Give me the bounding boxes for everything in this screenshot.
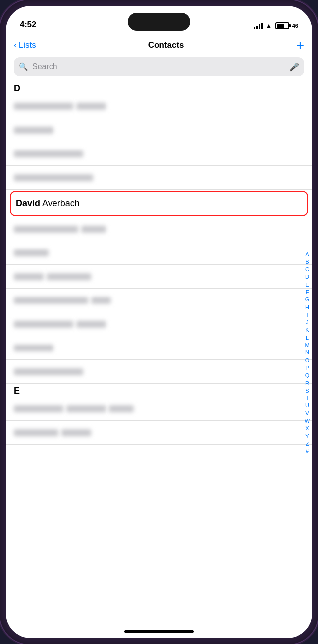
status-time: 4:52 bbox=[20, 20, 36, 30]
list-item[interactable] bbox=[6, 241, 312, 265]
alpha-L[interactable]: L bbox=[303, 334, 311, 341]
search-bar[interactable]: 🔍 Search 🎤 bbox=[14, 57, 304, 76]
alpha-R[interactable]: R bbox=[303, 380, 311, 387]
phone-screen: 4:52 ▲ 46 ‹ Lists Contacts bbox=[6, 6, 312, 638]
alpha-I[interactable]: I bbox=[303, 311, 311, 318]
dynamic-island bbox=[128, 13, 190, 31]
alpha-S[interactable]: S bbox=[303, 387, 311, 394]
alpha-index: A B C D E F G H I J K L M N O P Q R S T bbox=[303, 250, 311, 454]
signal-icon bbox=[254, 22, 263, 29]
alpha-hash[interactable]: # bbox=[303, 447, 311, 454]
list-item[interactable] bbox=[6, 336, 312, 360]
list-item[interactable] bbox=[6, 95, 312, 118]
list-item[interactable] bbox=[6, 421, 312, 445]
contact-list: D David Averbach bbox=[6, 81, 312, 624]
search-icon: 🔍 bbox=[19, 62, 28, 71]
battery-icon bbox=[275, 22, 289, 29]
back-label: Lists bbox=[19, 40, 36, 50]
alpha-H[interactable]: H bbox=[303, 304, 311, 311]
alpha-Q[interactable]: Q bbox=[303, 372, 311, 379]
list-item[interactable] bbox=[6, 265, 312, 289]
alpha-E[interactable]: E bbox=[303, 281, 311, 288]
home-indicator bbox=[6, 624, 312, 638]
home-bar bbox=[124, 630, 194, 633]
page-title: Contacts bbox=[148, 40, 184, 50]
back-button[interactable]: ‹ Lists bbox=[14, 40, 36, 50]
alpha-N[interactable]: N bbox=[303, 349, 311, 356]
alpha-D[interactable]: D bbox=[303, 273, 311, 280]
status-icons: ▲ 46 bbox=[254, 22, 298, 30]
alpha-K[interactable]: K bbox=[303, 326, 311, 333]
add-contact-button[interactable]: + bbox=[296, 38, 304, 52]
section-header-d: D bbox=[6, 81, 312, 95]
alpha-T[interactable]: T bbox=[303, 395, 311, 401]
list-item[interactable] bbox=[6, 118, 312, 142]
wifi-icon: ▲ bbox=[265, 22, 272, 30]
alpha-Y[interactable]: Y bbox=[303, 433, 311, 440]
alpha-Z[interactable]: Z bbox=[303, 440, 311, 447]
list-item[interactable] bbox=[6, 397, 312, 421]
contact-name-david: David Averbach bbox=[16, 198, 80, 209]
list-item[interactable] bbox=[6, 360, 312, 384]
alpha-C[interactable]: C bbox=[303, 266, 311, 273]
list-item[interactable] bbox=[6, 142, 312, 166]
alpha-U[interactable]: U bbox=[303, 402, 311, 409]
alpha-X[interactable]: X bbox=[303, 425, 311, 432]
list-item[interactable] bbox=[6, 289, 312, 312]
search-container: 🔍 Search 🎤 bbox=[6, 57, 312, 81]
list-item[interactable] bbox=[6, 217, 312, 241]
alpha-O[interactable]: O bbox=[303, 357, 311, 364]
alpha-J[interactable]: J bbox=[303, 319, 311, 326]
alpha-B[interactable]: B bbox=[303, 258, 311, 265]
alpha-F[interactable]: F bbox=[303, 289, 311, 296]
phone-frame: 4:52 ▲ 46 ‹ Lists Contacts bbox=[0, 0, 318, 644]
alpha-P[interactable]: P bbox=[303, 364, 311, 371]
list-item[interactable] bbox=[6, 166, 312, 190]
battery-label: 46 bbox=[292, 23, 298, 29]
mic-icon[interactable]: 🎤 bbox=[289, 62, 299, 72]
alpha-G[interactable]: G bbox=[303, 296, 311, 303]
chevron-left-icon: ‹ bbox=[14, 40, 17, 50]
nav-header: ‹ Lists Contacts + bbox=[6, 33, 312, 57]
david-averbach-row[interactable]: David Averbach bbox=[10, 191, 308, 216]
alpha-V[interactable]: V bbox=[303, 410, 311, 417]
alpha-W[interactable]: W bbox=[303, 417, 311, 424]
alpha-M[interactable]: M bbox=[303, 342, 311, 348]
alpha-A[interactable]: A bbox=[303, 250, 311, 257]
section-header-e: E bbox=[6, 384, 312, 397]
list-item[interactable] bbox=[6, 312, 312, 336]
search-placeholder: Search bbox=[32, 62, 285, 71]
